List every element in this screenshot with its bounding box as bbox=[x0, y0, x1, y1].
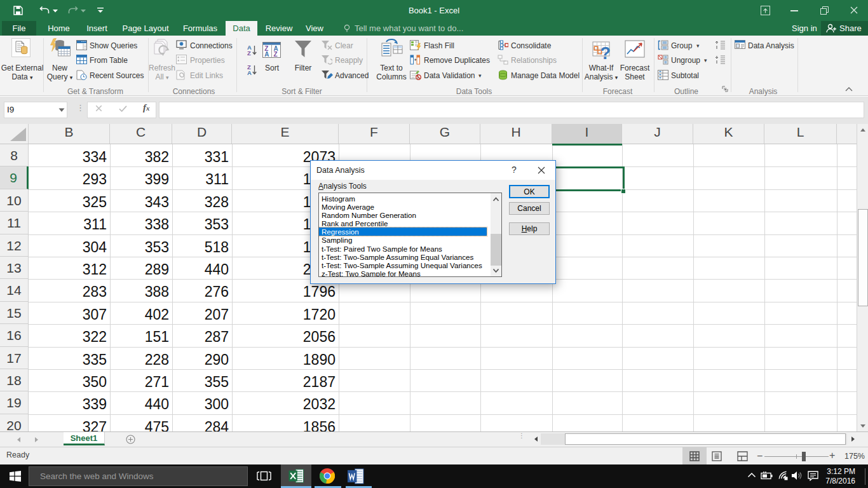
svg-text:Z: Z bbox=[247, 50, 251, 56]
svg-text:A: A bbox=[247, 69, 252, 76]
svg-text:Z: Z bbox=[274, 51, 278, 58]
svg-text:?: ? bbox=[600, 44, 611, 60]
svg-text:A: A bbox=[264, 51, 269, 58]
